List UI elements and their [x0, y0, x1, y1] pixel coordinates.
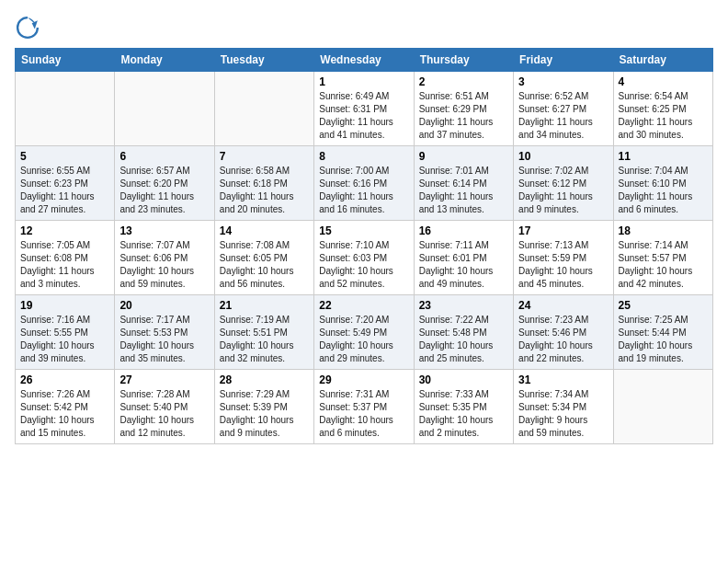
day-number: 30 — [419, 373, 508, 386]
day-number: 18 — [619, 224, 708, 237]
calendar-week-row: 5Sunrise: 6:55 AM Sunset: 6:23 PM Daylig… — [16, 146, 713, 221]
day-number: 2 — [419, 75, 508, 88]
calendar-day-cell: 4Sunrise: 6:54 AM Sunset: 6:25 PM Daylig… — [613, 72, 712, 146]
day-info: Sunrise: 7:10 AM Sunset: 6:03 PM Dayligh… — [319, 239, 408, 291]
calendar-day-cell: 28Sunrise: 7:29 AM Sunset: 5:39 PM Dayli… — [214, 370, 313, 444]
calendar-day-cell: 30Sunrise: 7:33 AM Sunset: 5:35 PM Dayli… — [414, 370, 513, 444]
calendar-day-cell: 22Sunrise: 7:20 AM Sunset: 5:49 PM Dayli… — [314, 295, 414, 370]
day-info: Sunrise: 7:02 AM Sunset: 6:12 PM Dayligh… — [518, 165, 608, 216]
calendar-day-cell — [115, 72, 214, 146]
calendar-day-cell — [214, 72, 313, 146]
day-number: 7 — [220, 150, 309, 163]
day-of-week-header: Saturday — [613, 49, 712, 72]
day-info: Sunrise: 7:26 AM Sunset: 5:42 PM Dayligh… — [20, 388, 109, 440]
day-of-week-header: Monday — [115, 49, 214, 72]
day-number: 19 — [20, 299, 109, 312]
day-number: 1 — [319, 75, 408, 88]
calendar-day-cell: 24Sunrise: 7:23 AM Sunset: 5:46 PM Dayli… — [514, 295, 613, 370]
day-of-week-header: Tuesday — [214, 49, 313, 72]
day-of-week-header: Wednesday — [314, 49, 414, 72]
calendar-day-cell: 27Sunrise: 7:28 AM Sunset: 5:40 PM Dayli… — [115, 370, 214, 444]
calendar-day-cell: 15Sunrise: 7:10 AM Sunset: 6:03 PM Dayli… — [314, 221, 414, 295]
day-number: 16 — [419, 224, 508, 237]
calendar-day-cell: 2Sunrise: 6:51 AM Sunset: 6:29 PM Daylig… — [414, 72, 513, 146]
calendar-day-cell: 11Sunrise: 7:04 AM Sunset: 6:10 PM Dayli… — [613, 146, 712, 221]
calendar-header-row: SundayMondayTuesdayWednesdayThursdayFrid… — [16, 49, 713, 72]
day-number: 27 — [119, 373, 209, 386]
calendar-day-cell: 23Sunrise: 7:22 AM Sunset: 5:48 PM Dayli… — [414, 295, 513, 370]
day-info: Sunrise: 7:17 AM Sunset: 5:53 PM Dayligh… — [119, 314, 209, 365]
day-info: Sunrise: 6:54 AM Sunset: 6:25 PM Dayligh… — [619, 90, 708, 142]
calendar-day-cell: 19Sunrise: 7:16 AM Sunset: 5:55 PM Dayli… — [16, 295, 115, 370]
day-info: Sunrise: 7:31 AM Sunset: 5:37 PM Dayligh… — [319, 388, 408, 440]
day-number: 12 — [20, 224, 109, 237]
calendar-day-cell: 26Sunrise: 7:26 AM Sunset: 5:42 PM Dayli… — [16, 370, 115, 444]
day-info: Sunrise: 6:57 AM Sunset: 6:20 PM Dayligh… — [119, 165, 209, 216]
calendar-day-cell: 13Sunrise: 7:07 AM Sunset: 6:06 PM Dayli… — [115, 221, 214, 295]
day-number: 31 — [518, 373, 608, 386]
day-info: Sunrise: 7:25 AM Sunset: 5:44 PM Dayligh… — [619, 314, 708, 365]
day-info: Sunrise: 7:14 AM Sunset: 5:57 PM Dayligh… — [619, 239, 708, 291]
day-number: 22 — [319, 299, 408, 312]
day-number: 26 — [20, 373, 109, 386]
day-number: 17 — [518, 224, 608, 237]
calendar-day-cell: 16Sunrise: 7:11 AM Sunset: 6:01 PM Dayli… — [414, 221, 513, 295]
calendar-day-cell: 25Sunrise: 7:25 AM Sunset: 5:44 PM Dayli… — [613, 295, 712, 370]
calendar-day-cell: 5Sunrise: 6:55 AM Sunset: 6:23 PM Daylig… — [16, 146, 115, 221]
logo-icon — [15, 15, 40, 40]
calendar-day-cell — [16, 72, 115, 146]
logo — [15, 15, 44, 40]
day-info: Sunrise: 7:11 AM Sunset: 6:01 PM Dayligh… — [419, 239, 508, 291]
calendar-day-cell: 9Sunrise: 7:01 AM Sunset: 6:14 PM Daylig… — [414, 146, 513, 221]
page-header — [15, 15, 713, 40]
calendar-day-cell: 21Sunrise: 7:19 AM Sunset: 5:51 PM Dayli… — [214, 295, 313, 370]
calendar-day-cell: 7Sunrise: 6:58 AM Sunset: 6:18 PM Daylig… — [214, 146, 313, 221]
day-number: 13 — [119, 224, 209, 237]
day-number: 3 — [518, 75, 608, 88]
calendar-week-row: 12Sunrise: 7:05 AM Sunset: 6:08 PM Dayli… — [16, 221, 713, 295]
day-number: 24 — [518, 299, 608, 312]
day-info: Sunrise: 7:00 AM Sunset: 6:16 PM Dayligh… — [319, 165, 408, 216]
calendar-day-cell: 20Sunrise: 7:17 AM Sunset: 5:53 PM Dayli… — [115, 295, 214, 370]
day-info: Sunrise: 6:52 AM Sunset: 6:27 PM Dayligh… — [518, 90, 608, 142]
calendar: SundayMondayTuesdayWednesdayThursdayFrid… — [15, 48, 713, 444]
day-info: Sunrise: 7:13 AM Sunset: 5:59 PM Dayligh… — [518, 239, 608, 291]
day-info: Sunrise: 7:22 AM Sunset: 5:48 PM Dayligh… — [419, 314, 508, 365]
day-info: Sunrise: 6:58 AM Sunset: 6:18 PM Dayligh… — [220, 165, 309, 216]
day-number: 5 — [20, 150, 109, 163]
calendar-day-cell: 10Sunrise: 7:02 AM Sunset: 6:12 PM Dayli… — [514, 146, 613, 221]
day-info: Sunrise: 7:29 AM Sunset: 5:39 PM Dayligh… — [220, 388, 309, 440]
day-number: 28 — [220, 373, 309, 386]
day-info: Sunrise: 7:19 AM Sunset: 5:51 PM Dayligh… — [220, 314, 309, 365]
day-info: Sunrise: 6:51 AM Sunset: 6:29 PM Dayligh… — [419, 90, 508, 142]
calendar-day-cell: 31Sunrise: 7:34 AM Sunset: 5:34 PM Dayli… — [514, 370, 613, 444]
calendar-day-cell: 8Sunrise: 7:00 AM Sunset: 6:16 PM Daylig… — [314, 146, 414, 221]
calendar-day-cell: 6Sunrise: 6:57 AM Sunset: 6:20 PM Daylig… — [115, 146, 214, 221]
day-info: Sunrise: 7:04 AM Sunset: 6:10 PM Dayligh… — [619, 165, 708, 216]
calendar-day-cell: 3Sunrise: 6:52 AM Sunset: 6:27 PM Daylig… — [514, 72, 613, 146]
day-info: Sunrise: 7:08 AM Sunset: 6:05 PM Dayligh… — [220, 239, 309, 291]
day-number: 20 — [119, 299, 209, 312]
day-number: 10 — [518, 150, 608, 163]
day-number: 25 — [619, 299, 708, 312]
calendar-day-cell — [613, 370, 712, 444]
day-of-week-header: Friday — [514, 49, 613, 72]
day-number: 29 — [319, 373, 408, 386]
day-info: Sunrise: 7:28 AM Sunset: 5:40 PM Dayligh… — [119, 388, 209, 440]
day-info: Sunrise: 7:01 AM Sunset: 6:14 PM Dayligh… — [419, 165, 508, 216]
day-of-week-header: Thursday — [414, 49, 513, 72]
calendar-week-row: 1Sunrise: 6:49 AM Sunset: 6:31 PM Daylig… — [16, 72, 713, 146]
day-info: Sunrise: 7:16 AM Sunset: 5:55 PM Dayligh… — [20, 314, 109, 365]
calendar-day-cell: 12Sunrise: 7:05 AM Sunset: 6:08 PM Dayli… — [16, 221, 115, 295]
day-number: 8 — [319, 150, 408, 163]
calendar-day-cell: 18Sunrise: 7:14 AM Sunset: 5:57 PM Dayli… — [613, 221, 712, 295]
calendar-day-cell: 14Sunrise: 7:08 AM Sunset: 6:05 PM Dayli… — [214, 221, 313, 295]
day-info: Sunrise: 6:55 AM Sunset: 6:23 PM Dayligh… — [20, 165, 109, 216]
calendar-day-cell: 29Sunrise: 7:31 AM Sunset: 5:37 PM Dayli… — [314, 370, 414, 444]
day-info: Sunrise: 7:05 AM Sunset: 6:08 PM Dayligh… — [20, 239, 109, 291]
day-info: Sunrise: 7:34 AM Sunset: 5:34 PM Dayligh… — [518, 388, 608, 440]
day-number: 4 — [619, 75, 708, 88]
day-info: Sunrise: 7:07 AM Sunset: 6:06 PM Dayligh… — [119, 239, 209, 291]
day-info: Sunrise: 7:23 AM Sunset: 5:46 PM Dayligh… — [518, 314, 608, 365]
day-number: 9 — [419, 150, 508, 163]
